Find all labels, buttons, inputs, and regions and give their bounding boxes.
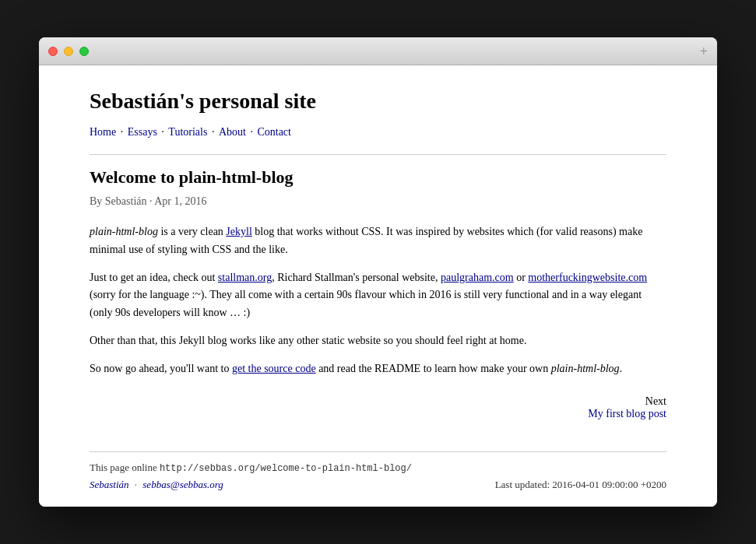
nav-sep-2: · <box>159 126 167 138</box>
site-title: Sebastián's personal site <box>90 89 666 114</box>
motherfucking-link[interactable]: motherfuckingwebsite.com <box>528 272 647 283</box>
footer-links: Sebastián · sebbas@sebbas.org <box>90 479 223 491</box>
traffic-lights <box>48 47 89 56</box>
jekyll-link[interactable]: Jekyll <box>226 226 251 237</box>
nav-essays[interactable]: Essays <box>128 126 157 138</box>
blog-name-italic-2: plain-html-blog <box>551 363 620 374</box>
nav-tutorials[interactable]: Tutorials <box>168 126 207 138</box>
post-paragraph-4: So now go ahead, you'll want to get the … <box>90 360 666 377</box>
source-code-link[interactable]: get the source code <box>232 363 316 374</box>
nav-sep-1: · <box>118 126 126 138</box>
page-url: http://sebbas.org/welcome-to-plain-html-… <box>160 463 412 474</box>
next-label: Next <box>645 395 666 407</box>
post-title: Welcome to plain-html-blog <box>90 167 666 188</box>
post-body: plain-html-blog is a very clean Jekyll b… <box>90 223 666 378</box>
pagination: Next My first blog post <box>90 394 666 420</box>
blog-name-italic-1: plain-html-blog <box>90 226 158 237</box>
titlebar: + <box>39 37 717 65</box>
close-button[interactable] <box>48 47 58 56</box>
new-tab-button[interactable]: + <box>700 44 708 58</box>
nav-sep-4: · <box>248 126 256 138</box>
minimize-button[interactable] <box>64 47 73 56</box>
nav-about[interactable]: About <box>219 126 246 138</box>
stallman-link[interactable]: stallman.org <box>218 272 272 283</box>
nav-home[interactable]: Home <box>90 126 116 138</box>
author-link[interactable]: Sebastián <box>90 479 129 490</box>
paulgraham-link[interactable]: paulgraham.com <box>441 272 514 283</box>
next-post-link[interactable]: My first blog post <box>90 408 666 420</box>
post-paragraph-2: Just to get an idea, check out stallman.… <box>90 269 666 321</box>
footer-bottom: Sebastián · sebbas@sebbas.org Last updat… <box>90 479 666 491</box>
footer-sep: · <box>132 479 140 490</box>
post-paragraph-3: Other than that, this Jekyll blog works … <box>90 332 666 349</box>
browser-window: + Sebastián's personal site Home · Essay… <box>39 37 717 507</box>
last-updated-value: 2016-04-01 09:00:00 +0200 <box>552 479 666 490</box>
last-updated: Last updated: 2016-04-01 09:00:00 +0200 <box>495 479 666 491</box>
footer: This page online http://sebbas.org/welco… <box>39 452 717 507</box>
footer-url-line: This page online http://sebbas.org/welco… <box>90 462 666 474</box>
page-content: Sebastián's personal site Home · Essays … <box>39 65 717 451</box>
post-meta: By Sebastián · Apr 1, 2016 <box>90 195 666 208</box>
last-updated-label: Last updated: <box>495 479 550 490</box>
post-paragraph-1: plain-html-blog is a very clean Jekyll b… <box>90 223 666 258</box>
nav-contact[interactable]: Contact <box>257 126 291 138</box>
page-online-label: This page online <box>90 462 157 473</box>
nav-sep-3: · <box>209 126 217 138</box>
maximize-button[interactable] <box>79 47 89 56</box>
main-nav: Home · Essays · Tutorials · About · Cont… <box>90 126 666 139</box>
author-email-link[interactable]: sebbas@sebbas.org <box>142 479 223 490</box>
top-divider <box>90 154 666 155</box>
